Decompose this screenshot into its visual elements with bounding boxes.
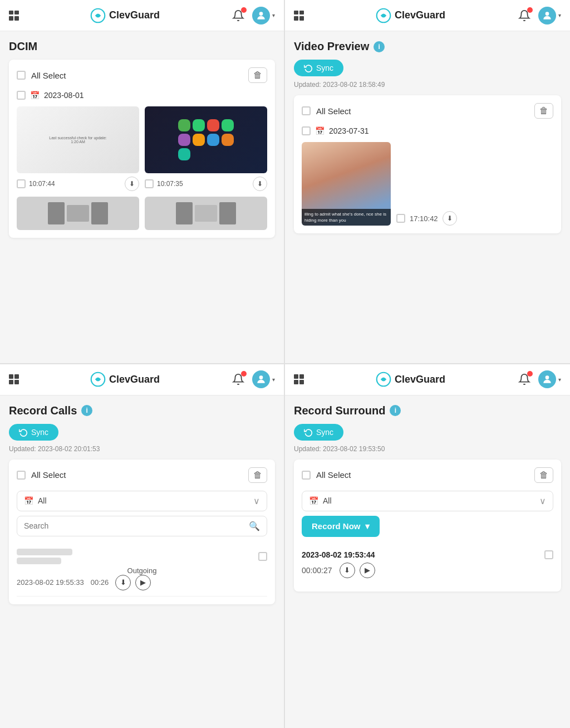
surround-trash-button[interactable]: 🗑 [534,467,553,483]
calls-card: All Select 🗑 📅 All ∨ 🔍 [9,460,275,604]
video-date-row: 📅 2023-07-31 [302,126,553,135]
calls-updated-text: Updated: 2023-08-02 20:01:53 [9,445,275,453]
surround-title: Record Surround i [294,404,561,417]
surround-download-btn[interactable]: ⬇ [340,563,355,578]
video-download-btn[interactable]: ⬇ [443,211,457,226]
video-all-select-checkbox[interactable] [302,106,311,115]
dcim-date-checkbox[interactable] [17,91,26,100]
surround-info-icon[interactable]: i [390,405,401,416]
photo2-download-btn[interactable]: ⬇ [253,177,267,191]
call-name-area [17,549,72,564]
video-avatar-btn[interactable]: ▾ [538,7,561,25]
photo2-timestamp: 10:07:35 [157,180,183,188]
photo-thumb-2[interactable] [145,106,267,173]
photo1-checkbox[interactable] [17,179,26,188]
photo-thumb-1[interactable]: Last successful check for update:1:20 AM [17,106,139,173]
video-bell-icon[interactable] [517,8,532,23]
call-item-top [17,549,267,564]
record-now-button[interactable]: Record Now ▾ [302,516,380,537]
surround-item-checkbox[interactable] [544,550,553,559]
surround-avatar-btn[interactable]: ▾ [538,370,561,388]
calls-all-select-checkbox[interactable] [17,471,26,480]
calls-sync-button[interactable]: Sync [9,424,58,441]
surround-sync-button[interactable]: Sync [294,424,343,441]
app-icon-1 [178,119,190,131]
surround-brand: ClevGuard [311,372,510,387]
surround-item-top: 2023-08-02 19:53:44 00:00:27 ⬇ ▶ [302,550,553,578]
dcim-select-row: All Select 🗑 [17,67,267,83]
dcim-all-select-label: All Select [31,71,243,80]
calls-bell-icon[interactable] [231,372,245,387]
dcim-card: All Select 🗑 📅 2023-08-01 Last successfu… [9,60,275,238]
surround-dropdown-label: All [323,496,332,505]
video-info-icon[interactable]: i [374,41,385,52]
calls-brand-name: ClevGuard [109,374,160,385]
video-trash-button[interactable]: 🗑 [534,103,553,119]
calls-navbar: ClevGuard ▾ [0,364,284,395]
video-card: All Select 🗑 📅 2023-07-31 illing to admi… [294,95,561,233]
surround-navbar: ClevGuard ▾ [285,364,570,395]
nav-grid-icon[interactable] [9,11,19,21]
photo-item-2: 10:07:35 ⬇ [145,106,267,191]
call-item-checkbox[interactable] [258,552,267,561]
video-sync-button[interactable]: Sync [294,60,343,76]
dcim-calendar-icon: 📅 [30,91,40,100]
surround-bell-icon[interactable] [517,372,532,387]
dcim-date-label: 2023-08-01 [44,91,84,100]
video-date-checkbox[interactable] [302,126,311,135]
svg-point-7 [546,375,549,379]
call-duration: 00:26 [91,578,109,587]
dcim-trash-button[interactable]: 🗑 [248,67,267,83]
video-thumbnail[interactable]: illing to admit what she's done, nce she… [302,142,391,226]
video-time-label: 17:10:42 [410,214,438,223]
calls-dropdown[interactable]: 📅 All ∨ [17,491,267,511]
dcim-avatar [252,7,270,25]
app-icon-2 [193,119,205,131]
calls-brand: ClevGuard [26,372,224,387]
video-brand-name: ClevGuard [395,9,445,21]
video-item-checkbox[interactable] [396,214,405,223]
calls-bell-badge [241,371,247,377]
surround-date-label: 2023-08-02 19:53:44 [302,550,375,559]
photo2-checkbox[interactable] [145,179,154,188]
record-surround-panel: ClevGuard ▾ [285,364,570,729]
surround-nav-grid-icon[interactable] [294,374,304,384]
call-name-placeholder-2 [17,558,61,564]
surround-avatar-chevron-icon: ▾ [558,377,561,383]
partial-bar-3 [91,202,108,224]
surround-item-1: 2023-08-02 19:53:44 00:00:27 ⬇ ▶ [302,545,553,584]
photo1-timestamp: 10:07:44 [29,180,55,188]
surround-avatar [538,370,556,388]
app-icon-4 [222,119,234,131]
calls-info-icon[interactable]: i [81,405,92,416]
photo1-download-btn[interactable]: ⬇ [125,177,139,191]
call-download-btn[interactable]: ⬇ [115,575,131,590]
video-updated-text: Updated: 2023-08-02 18:58:49 [294,81,561,89]
partial-photo-2 [145,197,267,230]
dcim-title: DCIM [9,40,275,53]
surround-dropdown-left: 📅 All [309,496,332,505]
video-item: illing to admit what she's done, nce she… [302,142,553,226]
call-meta: 2023-08-02 19:55:33 00:26 ⬇ ▶ [17,575,267,590]
calls-search-input[interactable] [24,521,249,530]
calls-nav-grid-icon[interactable] [9,374,19,384]
calls-all-select-label: All Select [31,470,243,480]
dcim-avatar-btn[interactable]: ▾ [252,7,275,25]
calls-trash-button[interactable]: 🗑 [248,467,267,483]
app-icons-grid [175,116,237,164]
surround-dropdown[interactable]: 📅 All ∨ [302,491,553,511]
surround-all-select-label: All Select [316,470,529,480]
surround-all-select-checkbox[interactable] [302,471,311,480]
call-play-btn[interactable]: ▶ [135,575,151,590]
video-nav-grid-icon[interactable] [294,11,304,21]
surround-sync-icon [304,428,313,437]
app-icon-3 [207,119,219,131]
video-meta: 17:10:42 ⬇ [396,208,457,226]
surround-content: Record Surround i Sync Updated: 2023-08-… [285,395,570,729]
video-avatar [538,7,556,25]
video-avatar-chevron-icon: ▾ [558,12,561,18]
dcim-all-select-checkbox[interactable] [17,71,26,80]
calls-avatar-btn[interactable]: ▾ [252,370,275,388]
dcim-bell-icon[interactable] [231,8,245,23]
surround-play-btn[interactable]: ▶ [360,563,375,578]
